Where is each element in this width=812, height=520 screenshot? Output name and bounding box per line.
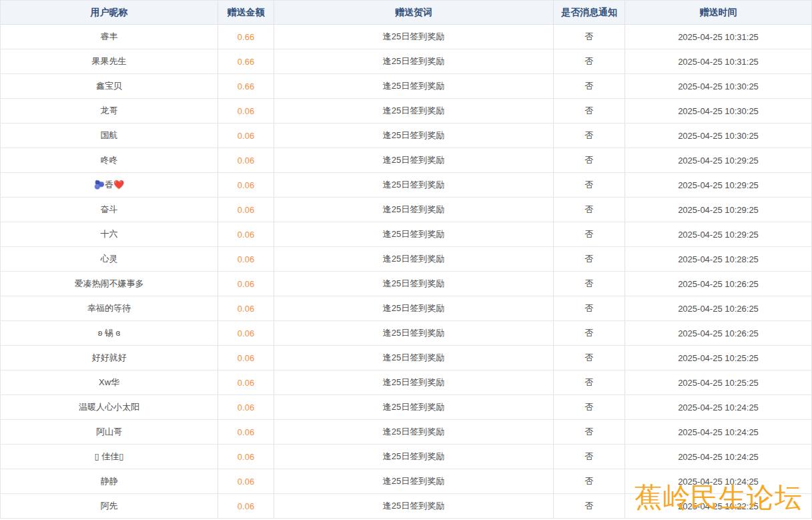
cell-notify: 否: [554, 494, 625, 519]
cell-nickname: 奋斗: [1, 198, 218, 222]
cell-greeting: 逢25日签到奖励: [274, 222, 554, 247]
cell-nickname: 十六: [1, 222, 218, 247]
cell-amount: 0.06: [218, 198, 274, 222]
cell-notify: 否: [554, 173, 625, 198]
cell-greeting: 逢25日签到奖励: [274, 445, 554, 469]
cell-amount: 0.06: [218, 370, 274, 395]
cell-notify: 否: [554, 198, 625, 222]
table-row: 阿山哥0.06逢25日签到奖励否2025-04-25 10:24:25: [1, 420, 812, 445]
header-cell-nickname: 用户昵称: [1, 1, 218, 25]
cell-time: 2025-04-25 10:29:25: [625, 148, 812, 173]
cell-greeting: 逢25日签到奖励: [274, 173, 554, 198]
cell-time: 2025-04-25 10:30:25: [625, 99, 812, 123]
cell-amount: 0.06: [218, 494, 274, 519]
cell-greeting: 逢25日签到奖励: [274, 420, 554, 445]
cell-amount: 0.66: [218, 74, 274, 99]
cell-notify: 否: [554, 74, 625, 99]
table-row: 国航0.06逢25日签到奖励否2025-04-25 10:30:25: [1, 123, 812, 148]
cell-amount: 0.66: [218, 25, 274, 49]
table-row: 爱凑热闹不嫌事多0.06逢25日签到奖励否2025-04-25 10:26:25: [1, 272, 812, 296]
cell-time: 2025-04-25 10:29:25: [625, 198, 812, 222]
gift-records-table: 用户昵称赠送金额赠送贺词是否消息通知赠送时间 睿丰0.66逢25日签到奖励否20…: [0, 0, 812, 519]
cell-notify: 否: [554, 123, 625, 148]
cell-amount: 0.06: [218, 296, 274, 321]
cell-amount: 0.06: [218, 222, 274, 247]
cell-amount: 0.06: [218, 247, 274, 272]
cell-nickname: ▯ 佳佳▯: [1, 445, 218, 469]
cell-amount: 0.06: [218, 148, 274, 173]
cell-greeting: 逢25日签到奖励: [274, 25, 554, 49]
cell-greeting: 逢25日签到奖励: [274, 148, 554, 173]
cell-notify: 否: [554, 99, 625, 123]
cell-greeting: 逢25日签到奖励: [274, 370, 554, 395]
cell-notify: 否: [554, 25, 625, 49]
table-header-row: 用户昵称赠送金额赠送贺词是否消息通知赠送时间: [1, 1, 812, 25]
cell-nickname: 心灵: [1, 247, 218, 272]
cell-nickname: 咚咚: [1, 148, 218, 173]
cell-notify: 否: [554, 420, 625, 445]
cell-nickname: 国航: [1, 123, 218, 148]
cell-nickname: 好好就好: [1, 346, 218, 370]
cell-notify: 否: [554, 272, 625, 296]
table-row: 十六0.06逢25日签到奖励否2025-04-25 10:29:25: [1, 222, 812, 247]
cell-nickname: 幸福的等待: [1, 296, 218, 321]
cell-notify: 否: [554, 395, 625, 420]
cell-greeting: 逢25日签到奖励: [274, 346, 554, 370]
cell-time: 2025-04-25 10:25:25: [625, 346, 812, 370]
cell-nickname: 阿山哥: [1, 420, 218, 445]
header-cell-amount: 赠送金额: [218, 1, 274, 25]
cell-amount: 0.06: [218, 173, 274, 198]
cell-notify: 否: [554, 321, 625, 346]
cell-notify: 否: [554, 148, 625, 173]
cell-notify: 否: [554, 469, 625, 494]
table-row: 龙哥0.06逢25日签到奖励否2025-04-25 10:30:25: [1, 99, 812, 123]
table-row: Xw华0.06逢25日签到奖励否2025-04-25 10:25:25: [1, 370, 812, 395]
cell-notify: 否: [554, 222, 625, 247]
cell-time: 2025-04-25 10:25:25: [625, 370, 812, 395]
table-row: 心灵0.06逢25日签到奖励否2025-04-25 10:28:25: [1, 247, 812, 272]
cell-time: 2025-04-25 10:30:25: [625, 74, 812, 99]
cell-time: 2025-04-25 10:24:25: [625, 445, 812, 469]
table-row: ▯ 佳佳▯0.06逢25日签到奖励否2025-04-25 10:24:25: [1, 445, 812, 469]
cell-greeting: 逢25日签到奖励: [274, 198, 554, 222]
cell-time: 2025-04-25 10:24:25: [625, 420, 812, 445]
table-row: 奋斗0.06逢25日签到奖励否2025-04-25 10:29:25: [1, 198, 812, 222]
table-row: 🫐香❤️0.06逢25日签到奖励否2025-04-25 10:29:25: [1, 173, 812, 198]
cell-notify: 否: [554, 49, 625, 74]
cell-nickname: Xw华: [1, 370, 218, 395]
header-cell-time: 赠送时间: [625, 1, 812, 25]
cell-greeting: 逢25日签到奖励: [274, 99, 554, 123]
cell-amount: 0.66: [218, 49, 274, 74]
table-row: ʚ 锡 ɞ0.06逢25日签到奖励否2025-04-25 10:26:25: [1, 321, 812, 346]
cell-greeting: 逢25日签到奖励: [274, 49, 554, 74]
cell-notify: 否: [554, 445, 625, 469]
cell-greeting: 逢25日签到奖励: [274, 494, 554, 519]
cell-amount: 0.06: [218, 395, 274, 420]
table-row: 静静0.06逢25日签到奖励否2025-04-25 10:24:25: [1, 469, 812, 494]
cell-amount: 0.06: [218, 123, 274, 148]
cell-amount: 0.06: [218, 272, 274, 296]
cell-amount: 0.06: [218, 346, 274, 370]
cell-notify: 否: [554, 247, 625, 272]
header-cell-greeting: 赠送贺词: [274, 1, 554, 25]
cell-amount: 0.06: [218, 321, 274, 346]
cell-greeting: 逢25日签到奖励: [274, 321, 554, 346]
table-row: 果果先生0.66逢25日签到奖励否2025-04-25 10:31:25: [1, 49, 812, 74]
cell-nickname: 静静: [1, 469, 218, 494]
cell-greeting: 逢25日签到奖励: [274, 74, 554, 99]
cell-notify: 否: [554, 370, 625, 395]
cell-nickname: 🫐香❤️: [1, 173, 218, 198]
table-body: 睿丰0.66逢25日签到奖励否2025-04-25 10:31:25果果先生0.…: [1, 25, 812, 519]
cell-nickname: 温暖人心小太阳: [1, 395, 218, 420]
cell-nickname: 鑫宝贝: [1, 74, 218, 99]
cell-amount: 0.06: [218, 99, 274, 123]
cell-notify: 否: [554, 296, 625, 321]
cell-greeting: 逢25日签到奖励: [274, 395, 554, 420]
cell-time: 2025-04-25 10:29:25: [625, 222, 812, 247]
cell-greeting: 逢25日签到奖励: [274, 123, 554, 148]
cell-time: 2025-04-25 10:26:25: [625, 272, 812, 296]
header-cell-notify: 是否消息通知: [554, 1, 625, 25]
cell-greeting: 逢25日签到奖励: [274, 247, 554, 272]
table-row: 睿丰0.66逢25日签到奖励否2025-04-25 10:31:25: [1, 25, 812, 49]
cell-amount: 0.06: [218, 469, 274, 494]
